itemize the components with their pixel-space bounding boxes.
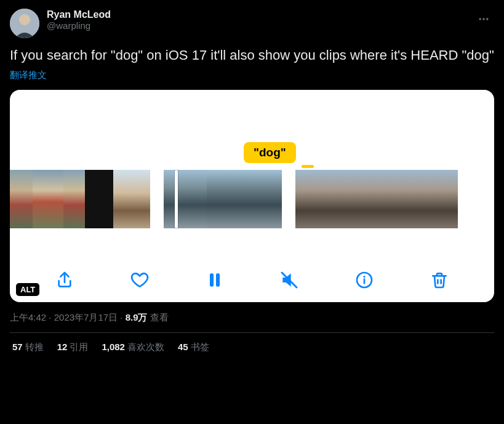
clip-cluster-2 xyxy=(164,170,282,228)
media-card[interactable]: "dog" xyxy=(10,90,494,302)
tweet-date: 2023年7月17日 xyxy=(54,312,118,322)
like-button[interactable] xyxy=(125,265,154,295)
video-thumb xyxy=(431,170,458,228)
share-button[interactable] xyxy=(50,265,79,295)
tweet-text: If you search for "dog" on iOS 17 it'll … xyxy=(10,47,494,65)
share-icon xyxy=(55,270,74,290)
alt-badge[interactable]: ALT xyxy=(16,283,39,296)
views-label: 查看 xyxy=(150,312,169,322)
tweet-stats: 57转推 12引用 1,082喜欢次数 45书签 xyxy=(10,333,494,358)
mute-button[interactable] xyxy=(274,265,304,295)
retweets-stat[interactable]: 57转推 xyxy=(12,342,44,353)
svg-point-4 xyxy=(486,18,488,20)
svg-point-2 xyxy=(479,18,481,20)
tweet-header: Ryan McLeod @warpling xyxy=(10,9,494,38)
info-icon xyxy=(354,270,374,290)
video-scrubber[interactable] xyxy=(10,170,494,228)
video-thumb xyxy=(10,170,33,228)
svg-point-10 xyxy=(364,276,366,278)
mute-icon xyxy=(279,270,299,290)
likes-stat[interactable]: 1,082喜欢次数 xyxy=(102,342,164,353)
video-thumb xyxy=(33,170,63,228)
pause-icon xyxy=(205,270,225,290)
heart-icon xyxy=(130,270,150,290)
svg-rect-6 xyxy=(216,273,220,286)
author-names[interactable]: Ryan McLeod @warpling xyxy=(47,9,111,31)
video-thumb xyxy=(113,170,150,228)
avatar-image xyxy=(10,9,39,38)
video-thumb xyxy=(404,170,431,228)
translate-link[interactable]: 翻译推文 xyxy=(10,70,494,81)
tooltip-marker xyxy=(302,165,314,168)
svg-point-3 xyxy=(482,18,484,20)
video-thumb xyxy=(350,170,377,228)
tweet-time: 上午4:42 xyxy=(10,312,46,322)
handle: @warpling xyxy=(47,20,111,31)
views-count: 8.9万 xyxy=(126,312,148,322)
video-thumb xyxy=(377,170,404,228)
more-button[interactable] xyxy=(473,9,494,30)
tweet-meta[interactable]: 上午4:42 · 2023年7月17日 · 8.9万 查看 xyxy=(10,312,494,324)
trash-icon xyxy=(430,270,449,290)
bookmarks-stat[interactable]: 45书签 xyxy=(178,342,209,353)
video-thumb xyxy=(164,170,207,228)
pause-button[interactable] xyxy=(200,265,230,295)
media-toolbar xyxy=(10,265,494,295)
clip-cluster-3 xyxy=(295,170,458,228)
video-thumb xyxy=(322,170,350,228)
search-term-tooltip: "dog" xyxy=(244,142,296,163)
quotes-stat[interactable]: 12引用 xyxy=(57,342,89,353)
delete-button[interactable] xyxy=(425,265,454,295)
video-thumb xyxy=(207,170,282,228)
avatar[interactable] xyxy=(10,9,39,38)
svg-point-1 xyxy=(19,14,30,25)
tweet-container: Ryan McLeod @warpling If you search for … xyxy=(0,0,504,362)
video-thumb xyxy=(85,170,113,228)
info-button[interactable] xyxy=(350,265,379,295)
video-thumb xyxy=(295,170,322,228)
playhead[interactable] xyxy=(175,170,178,228)
display-name: Ryan McLeod xyxy=(47,9,111,20)
more-icon xyxy=(478,13,490,25)
video-thumb xyxy=(63,170,85,228)
clip-cluster-1 xyxy=(10,170,150,228)
svg-rect-5 xyxy=(210,273,214,286)
